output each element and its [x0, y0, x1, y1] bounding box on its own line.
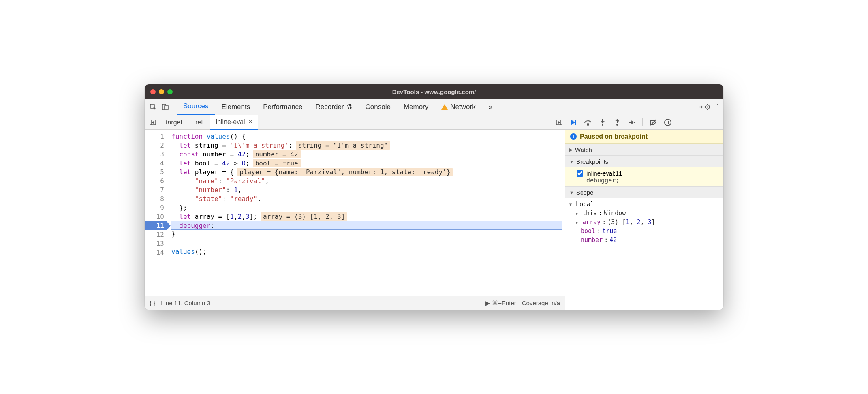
more-tabs-button[interactable]: » — [482, 99, 499, 115]
debugger-sidebar: i Paused on breakpoint ▶ Watch ▼ Breakpo… — [565, 115, 723, 310]
more-options-icon[interactable] — [554, 117, 565, 128]
pause-exceptions-button[interactable] — [663, 118, 673, 127]
svg-point-7 — [602, 124, 603, 126]
code-editor[interactable]: 1234567891011121314 function values() { … — [145, 130, 565, 296]
kebab-menu-icon[interactable]: ⋮ — [711, 101, 723, 113]
breakpoint-checkbox[interactable] — [577, 170, 583, 177]
scope-content: ▼ Local ▶ this: Window ▶ array: (3) [1, … — [565, 198, 723, 246]
info-icon: i — [570, 133, 577, 140]
collapse-icon: ▼ — [569, 202, 574, 207]
tab-sources[interactable]: Sources — [177, 99, 215, 115]
line-gutter[interactable]: 1234567891011121314 — [145, 130, 168, 296]
expand-icon: ▶ — [576, 220, 581, 225]
tab-elements[interactable]: Elements — [215, 99, 257, 115]
step-into-button[interactable] — [598, 118, 607, 127]
deactivate-breakpoints-button[interactable] — [648, 118, 658, 127]
breakpoint-code: debugger; — [577, 177, 719, 184]
file-tab-target[interactable]: target — [160, 115, 188, 130]
svg-point-10 — [665, 119, 671, 126]
tab-recorder[interactable]: Recorder⚗ — [309, 99, 359, 115]
scope-local-header[interactable]: ▼ Local — [569, 200, 719, 209]
step-out-button[interactable] — [612, 118, 622, 127]
svg-point-6 — [587, 124, 589, 125]
svg-point-9 — [634, 122, 635, 123]
resume-button[interactable] — [569, 118, 578, 127]
watch-section-header[interactable]: ▶ Watch — [565, 144, 723, 156]
expand-icon: ▶ — [576, 211, 581, 216]
run-snippet-hint: ▶ ⌘+Enter — [485, 300, 516, 307]
cursor-position: Line 11, Column 3 — [161, 300, 210, 306]
separator — [642, 118, 643, 126]
svg-rect-11 — [667, 121, 667, 124]
paused-banner: i Paused on breakpoint — [565, 130, 723, 144]
tab-console[interactable]: Console — [359, 99, 397, 115]
maximize-window-button[interactable] — [167, 89, 173, 94]
collapse-icon: ▼ — [569, 190, 574, 195]
tab-network[interactable]: Network — [435, 99, 482, 115]
close-tab-icon[interactable]: × — [248, 118, 253, 126]
svg-rect-12 — [668, 121, 669, 124]
devtools-window: DevTools - www.google.com/ Sources Eleme… — [145, 84, 723, 310]
step-over-button[interactable] — [583, 118, 593, 127]
close-window-button[interactable] — [150, 89, 156, 94]
scope-section-header[interactable]: ▼ Scope — [565, 186, 723, 198]
window-title: DevTools - www.google.com/ — [145, 88, 723, 95]
scope-var-number: number: 42 — [569, 236, 719, 244]
warning-icon — [441, 104, 448, 110]
file-tab-ref[interactable]: ref — [190, 115, 209, 130]
breakpoint-label: inline-eval:11 — [586, 170, 622, 177]
inspect-element-icon[interactable] — [147, 101, 159, 113]
navigator-toggle-icon[interactable] — [147, 117, 158, 128]
breakpoints-section-header[interactable]: ▼ Breakpoints — [565, 156, 723, 167]
svg-point-8 — [616, 124, 618, 126]
minimize-window-button[interactable] — [159, 89, 164, 94]
editor-statusbar: { } Line 11, Column 3 ▶ ⌘+Enter Coverage… — [145, 296, 565, 310]
coverage-status: Coverage: n/a — [522, 300, 560, 306]
flask-icon: ⚗ — [346, 103, 353, 111]
expand-icon: ▶ — [569, 147, 573, 152]
file-tabs: target ref inline-eval × — [145, 115, 565, 130]
titlebar: DevTools - www.google.com/ — [145, 84, 723, 99]
file-tab-inline-eval[interactable]: inline-eval × — [210, 115, 259, 130]
step-button[interactable] — [627, 118, 637, 127]
separator — [174, 103, 174, 111]
svg-rect-2 — [165, 105, 168, 110]
sources-panel: target ref inline-eval × 123456789101112… — [145, 115, 565, 310]
scope-var-this[interactable]: ▶ this: Window — [569, 209, 719, 218]
collapse-icon: ▼ — [569, 159, 574, 164]
device-toolbar-icon[interactable] — [159, 101, 171, 113]
panel-tabs: Sources Elements Performance Recorder⚗ C… — [145, 99, 723, 115]
debugger-toolbar — [565, 115, 723, 130]
scope-var-bool: bool: true — [569, 227, 719, 236]
settings-icon[interactable]: ⚙ — [699, 101, 711, 113]
pretty-print-button[interactable]: { } — [150, 300, 155, 306]
breakpoint-item[interactable]: inline-eval:11 debugger; — [565, 167, 723, 186]
svg-rect-5 — [575, 120, 576, 125]
code-content[interactable]: function values() { let string = 'I\'m a… — [168, 130, 565, 296]
window-controls — [150, 89, 173, 94]
scope-var-array[interactable]: ▶ array: (3) [1, 2, 3] — [569, 218, 719, 227]
tab-memory[interactable]: Memory — [397, 99, 435, 115]
tab-performance[interactable]: Performance — [257, 99, 309, 115]
